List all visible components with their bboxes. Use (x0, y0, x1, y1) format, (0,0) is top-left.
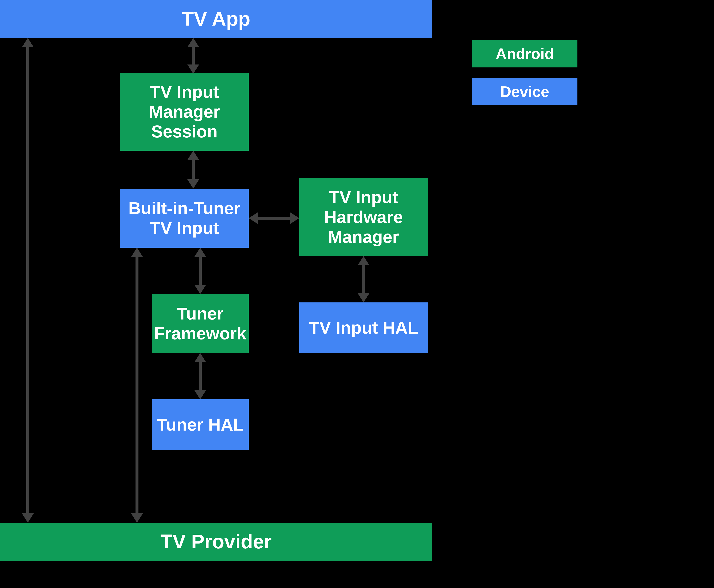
arrowhead-down-icon (131, 513, 143, 523)
node-tuner-hal: Tuner HAL (152, 399, 249, 450)
arrowhead-up-icon (131, 248, 143, 257)
arrowhead-up-icon (358, 256, 370, 265)
arrow-framework-hal (199, 361, 202, 391)
diagram-canvas: TV App TV Provider TV Input Manager Sess… (0, 0, 714, 588)
arrow-tvapp-provider (26, 46, 29, 514)
legend-device: Device (472, 78, 578, 105)
legend-android: Android (472, 40, 578, 67)
arrow-hwmgr-hal (362, 264, 365, 294)
arrowhead-down-icon (22, 513, 34, 523)
arrow-builtin-framework (199, 256, 202, 286)
node-tv-input-hal: TV Input HAL (299, 302, 428, 353)
arrowhead-right-icon (290, 212, 299, 224)
arrow-builtin-provider (135, 256, 139, 514)
arrowhead-down-icon (187, 180, 199, 189)
arrowhead-up-icon (22, 38, 34, 47)
arrowhead-down-icon (187, 64, 199, 74)
arrowhead-down-icon (194, 285, 206, 294)
arrow-tvapp-session (192, 46, 195, 66)
node-tv-input-hardware-manager: TV Input Hardware Manager (299, 178, 428, 256)
arrowhead-up-icon (194, 248, 206, 257)
node-tv-provider: TV Provider (0, 523, 432, 561)
arrowhead-down-icon (358, 293, 370, 302)
arrowhead-up-icon (187, 38, 199, 47)
node-built-in-tuner-tv-input: Built-in-Tuner TV Input (120, 189, 249, 248)
node-tv-app: TV App (0, 0, 432, 38)
arrow-session-tuner (192, 159, 195, 181)
node-tuner-framework: Tuner Framework (152, 294, 249, 353)
node-tv-input-manager-session: TV Input Manager Session (120, 73, 249, 151)
arrowhead-up-icon (187, 151, 199, 160)
arrowhead-left-icon (249, 212, 258, 224)
arrow-builtin-hwmgr (257, 217, 291, 219)
arrowhead-down-icon (194, 390, 206, 399)
arrowhead-up-icon (194, 353, 206, 362)
